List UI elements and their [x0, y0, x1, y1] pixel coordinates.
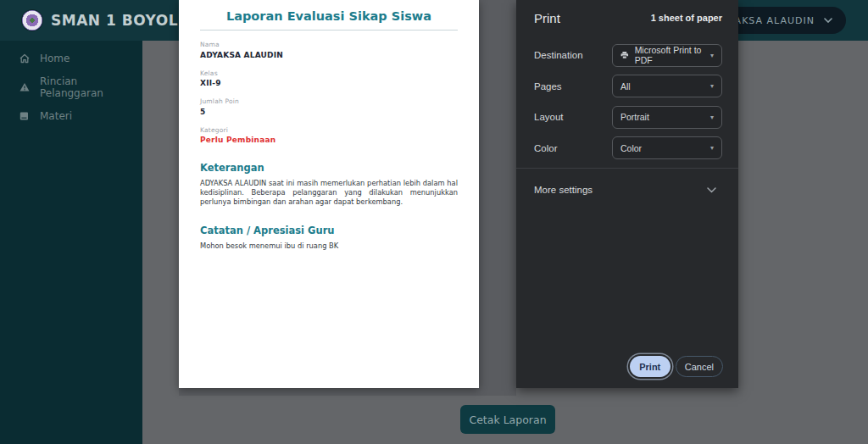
sidebar: Home Rincian Pelanggaran Materi	[0, 41, 142, 444]
title-divider	[200, 30, 458, 31]
report-field-jumlah-poin: Jumlah Poin 5	[200, 97, 458, 116]
sidebar-item-label: Home	[40, 53, 70, 64]
report-title: Laporan Evaluasi Sikap Siswa	[200, 9, 458, 23]
field-label: Jumlah Poin	[200, 97, 458, 105]
print-dialog-title: Print	[534, 11, 560, 25]
setting-label: Layout	[534, 112, 612, 122]
school-logo-icon	[22, 10, 42, 31]
setting-row-destination: Destination Microsoft Print to PDF ▾	[516, 44, 738, 67]
section-body: ADYAKSA ALAUDIN saat ini masih memerluka…	[200, 179, 458, 207]
setting-label: Pages	[534, 81, 612, 92]
field-label: Kelas	[200, 69, 458, 77]
book-icon	[19, 110, 31, 122]
field-value: XII-9	[200, 79, 458, 87]
sidebar-item-rincian-pelanggaran[interactable]: Rincian Pelanggaran	[0, 73, 142, 102]
sidebar-item-home[interactable]: Home	[0, 44, 142, 73]
warning-icon	[19, 81, 31, 93]
sheet-count: 1 sheet of paper	[651, 13, 722, 23]
setting-row-pages: Pages All ▾	[516, 75, 738, 97]
more-settings-label: More settings	[534, 185, 593, 195]
dialog-button-row: Print Cancel	[630, 356, 723, 377]
kategori-value: Perlu Pembinaan	[200, 136, 458, 144]
section-heading: Catatan / Apresiasi Guru	[200, 225, 458, 236]
layout-value: Portrait	[620, 112, 649, 122]
cetak-laporan-button[interactable]: Cetak Laporan	[460, 405, 555, 434]
section-body: Mohon besok menemui ibu di ruang BK	[200, 241, 458, 251]
print-dialog: Print 1 sheet of paper Destination Micro…	[516, 0, 738, 388]
color-value: Color	[620, 143, 642, 153]
pages-select[interactable]: All ▾	[612, 75, 722, 97]
home-icon	[19, 53, 31, 64]
printer-icon	[620, 50, 629, 60]
color-select[interactable]: Color ▾	[612, 136, 722, 159]
report-field-nama: Nama ADYAKSA ALAUDIN	[200, 41, 458, 59]
report-field-kelas: Kelas XII-9	[200, 69, 458, 88]
dropdown-caret-icon: ▾	[710, 144, 714, 152]
report-section-keterangan: Keterangan ADYAKSA ALAUDIN saat ini masi…	[200, 162, 458, 207]
dropdown-caret-icon: ▾	[710, 52, 714, 59]
destination-value: Microsoft Print to PDF	[635, 45, 704, 65]
screen: SMAN 1 BOYOL ADYAKSA ALAUDIN Home Rincia…	[0, 0, 868, 444]
field-value: 5	[200, 108, 458, 116]
sidebar-item-label: Materi	[40, 110, 72, 122]
dropdown-caret-icon: ▾	[710, 114, 714, 121]
field-value: ADYAKSA ALAUDIN	[200, 51, 458, 59]
field-label: Nama	[200, 41, 458, 48]
layout-select[interactable]: Portrait ▾	[612, 106, 722, 129]
destination-select[interactable]: Microsoft Print to PDF ▾	[612, 44, 722, 67]
dropdown-caret-icon: ▾	[710, 82, 714, 90]
chevron-down-icon	[824, 18, 832, 23]
field-label: Kategori	[200, 126, 458, 134]
app-logo-wrap: SMAN 1 BOYOL	[0, 10, 178, 31]
more-settings-toggle[interactable]: More settings	[516, 169, 738, 211]
report-section-catatan: Catatan / Apresiasi Guru Mohon besok men…	[200, 225, 458, 251]
pages-value: All	[620, 81, 631, 92]
setting-label: Color	[534, 143, 612, 153]
cancel-button[interactable]: Cancel	[676, 356, 723, 377]
sidebar-item-materi[interactable]: Materi	[0, 102, 142, 130]
setting-label: Destination	[534, 50, 612, 60]
sidebar-item-label: Rincian Pelanggaran	[40, 75, 142, 99]
print-button[interactable]: Print	[630, 356, 670, 377]
setting-row-color: Color Color ▾	[516, 136, 738, 159]
report-field-kategori: Kategori Perlu Pembinaan	[200, 126, 458, 145]
section-heading: Keterangan	[200, 162, 458, 174]
chevron-down-icon	[707, 187, 716, 193]
setting-row-layout: Layout Portrait ▾	[516, 106, 738, 129]
report-preview-page: Laporan Evaluasi Sikap Siswa Nama ADYAKS…	[179, 0, 479, 388]
print-dialog-header: Print 1 sheet of paper	[516, 0, 738, 36]
school-name: SMAN 1 BOYOL	[51, 12, 178, 29]
